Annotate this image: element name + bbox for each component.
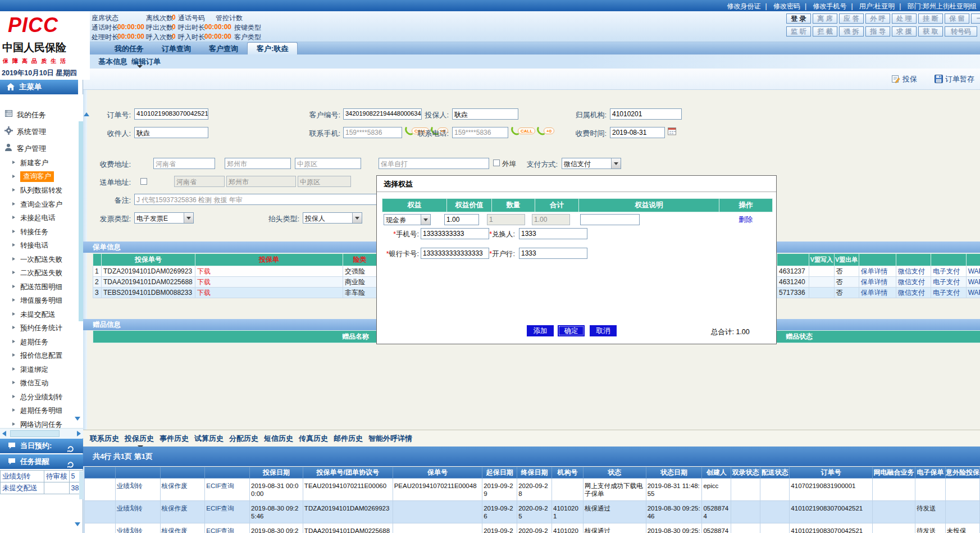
modify-password-link[interactable]: 修改密码 bbox=[773, 2, 800, 10]
main-menu-header[interactable]: 主菜单 bbox=[0, 80, 78, 94]
row-action-link[interactable]: ECIF查询 bbox=[205, 501, 250, 523]
sidebar-item[interactable]: 未提交配送 bbox=[0, 309, 83, 320]
sidebar-item[interactable]: 网络访问任务 bbox=[0, 419, 83, 429]
sidebar-item[interactable]: 查询企业客户 bbox=[0, 199, 83, 210]
submenu-basic-info[interactable]: 基本信息 bbox=[98, 57, 127, 67]
sidebar-item[interactable]: 二次配送失败 bbox=[0, 267, 83, 279]
modify-mobile-link[interactable]: 修改手机号 bbox=[813, 2, 846, 10]
sidebar-item[interactable]: 渠道绑定 bbox=[0, 364, 83, 375]
benefit-select[interactable]: 现金券 bbox=[384, 214, 431, 225]
phone-button[interactable]: 获 取 bbox=[918, 26, 943, 37]
sidebar-group[interactable]: 客户管理 bbox=[0, 143, 83, 154]
scroll-down-icon[interactable] bbox=[75, 522, 80, 526]
history-tab[interactable]: 试算历史 bbox=[194, 434, 224, 444]
order-no-input[interactable]: 41010219083070042521 bbox=[134, 108, 208, 120]
history-tab[interactable]: 联系历史 bbox=[90, 434, 119, 444]
table-row[interactable]: 业绩划转 待审核 5 bbox=[1, 471, 85, 482]
row-action-link[interactable]: ECIF查询 bbox=[205, 523, 250, 533]
history-tab[interactable]: 智能外呼详情 bbox=[368, 434, 412, 444]
confirm-button[interactable]: 确定 bbox=[558, 325, 585, 336]
policy-action-link[interactable]: WAP支付 bbox=[966, 277, 980, 288]
sidebar-group[interactable]: 系统管理 bbox=[0, 126, 83, 137]
history-tab[interactable]: 短信历史 bbox=[264, 434, 293, 444]
sidebar-item[interactable]: 总分业绩划转 bbox=[0, 391, 83, 403]
tab-my-tasks[interactable]: 我的任务 bbox=[106, 43, 153, 55]
download-link[interactable]: 下载 bbox=[195, 266, 343, 277]
sidebar-scrollbar[interactable] bbox=[79, 121, 83, 321]
reminder-name[interactable]: 未提交配送 bbox=[1, 482, 44, 494]
sidebar-item[interactable]: 超期任务明细 bbox=[0, 405, 83, 416]
row-action-link[interactable]: ECIF查询 bbox=[205, 479, 250, 501]
pay-method-select[interactable]: 微信支付 bbox=[562, 158, 621, 169]
add-button[interactable]: 添加 bbox=[527, 325, 554, 336]
sidebar-item[interactable]: 查询客户 bbox=[0, 171, 83, 183]
phone-input[interactable]: 159****5836 bbox=[452, 127, 508, 138]
history-tab[interactable]: 投保历史 bbox=[125, 434, 154, 444]
dlg-redeemer-input[interactable]: 1333 bbox=[519, 228, 587, 239]
task-reminder-panel[interactable]: 任务提醒 bbox=[0, 454, 83, 469]
sidebar-item[interactable]: 微信互动 bbox=[0, 377, 83, 389]
phone-button[interactable]: 外 呼 bbox=[865, 13, 890, 24]
policy-action-link[interactable]: 微信支付 bbox=[896, 288, 931, 298]
row-action-link[interactable]: 核保作废 bbox=[160, 479, 205, 501]
phone-button[interactable]: 求 援 bbox=[892, 26, 917, 37]
phone-button[interactable]: 监 听 bbox=[786, 26, 811, 37]
chevron-down-icon[interactable] bbox=[352, 213, 362, 223]
today-appointments-panel[interactable]: 当日预约: bbox=[0, 439, 83, 453]
policy-action-link[interactable]: 保单详情 bbox=[859, 288, 896, 298]
reminder-name[interactable]: 业绩划转 bbox=[1, 471, 44, 482]
phone-button[interactable]: 挂 断 bbox=[918, 13, 943, 24]
phone-button[interactable]: 应 答 bbox=[839, 13, 864, 24]
history-tab[interactable]: 分配历史 bbox=[229, 434, 258, 444]
charge-district-input[interactable]: 中原区 bbox=[295, 158, 361, 169]
call-plus-zero-button[interactable]: +0 bbox=[536, 127, 554, 135]
phone-button[interactable]: 转号码 bbox=[945, 26, 977, 37]
charge-province-input[interactable]: 河南省 bbox=[153, 158, 215, 169]
outer-area-checkbox[interactable] bbox=[493, 160, 500, 166]
tab-order-query[interactable]: 订单查询 bbox=[153, 43, 200, 55]
call-button[interactable]: CALL bbox=[510, 127, 535, 135]
table-row[interactable]: 业绩划转核保作废ECIF查询2019-08-30 09:25:46TDZA201… bbox=[85, 501, 980, 523]
download-link[interactable]: 下载 bbox=[195, 277, 343, 288]
chevron-down-icon[interactable] bbox=[421, 215, 430, 225]
download-link[interactable]: 下载 bbox=[195, 288, 343, 298]
phone-button[interactable]: 保 留 bbox=[945, 13, 969, 24]
org-input[interactable]: 41010201 bbox=[610, 108, 682, 120]
row-action-link[interactable]: 业绩划转 bbox=[115, 479, 160, 501]
sidebar-item[interactable]: 转接任务 bbox=[0, 226, 83, 238]
chevron-down-icon[interactable] bbox=[184, 213, 193, 223]
sidebar-group[interactable]: 我的任务 bbox=[0, 109, 83, 120]
mobile-input[interactable]: 159****5836 bbox=[343, 127, 402, 138]
charge-detail-input[interactable]: 保单自打 bbox=[379, 158, 489, 169]
history-tab[interactable]: 事件历史 bbox=[159, 434, 189, 444]
recipient-input[interactable]: 耿垚 bbox=[134, 127, 208, 138]
sidebar-item[interactable]: 预约任务统计 bbox=[0, 322, 83, 334]
charge-city-input[interactable]: 郑州市 bbox=[225, 158, 291, 169]
sidebar-item[interactable]: 配送范围明细 bbox=[0, 281, 83, 293]
policy-action-link[interactable]: 电子支付 bbox=[931, 288, 966, 298]
table-row[interactable]: 5717336否保单详情微信支付电子支付WAP支付 bbox=[777, 288, 980, 298]
insure-button[interactable]: 投保 bbox=[891, 74, 917, 84]
history-tab[interactable]: 邮件历史 bbox=[334, 434, 363, 444]
send-addr-checkbox[interactable] bbox=[140, 178, 147, 185]
history-tab[interactable]: 传真历史 bbox=[299, 434, 328, 444]
cancel-button[interactable]: 取消 bbox=[590, 325, 617, 336]
table-row[interactable]: 2TDAA20194101DAM0225688下载商业险 bbox=[93, 277, 377, 288]
policy-action-link[interactable]: WAP支付 bbox=[966, 266, 980, 277]
delete-link[interactable]: 删除 bbox=[719, 215, 772, 225]
phone-button[interactable]: 一键 bbox=[971, 13, 980, 24]
policy-action-link[interactable]: 微信支付 bbox=[896, 266, 931, 277]
dlg-bank-card-input[interactable]: 1333333333333333 bbox=[421, 248, 489, 259]
sidebar-item[interactable]: 一次配送失败 bbox=[0, 254, 83, 265]
scroll-left-icon[interactable] bbox=[2, 431, 6, 436]
table-row[interactable]: 未提交配送 385 bbox=[1, 482, 85, 494]
policy-action-link[interactable]: 微信支付 bbox=[896, 277, 931, 288]
policy-action-link[interactable]: 电子支付 bbox=[931, 266, 966, 277]
calendar-icon[interactable] bbox=[668, 127, 676, 137]
dlg-mobile-input[interactable]: 13333333333 bbox=[421, 228, 489, 239]
row-action-link[interactable]: 业绩划转 bbox=[115, 501, 160, 523]
title-type-select[interactable]: 投保人 bbox=[303, 212, 362, 224]
charge-time-input[interactable]: 2019-08-31 bbox=[610, 127, 665, 138]
modify-id-link[interactable]: 修改身份证 bbox=[727, 2, 760, 10]
order-save-draft-button[interactable]: 订单暂存 bbox=[935, 74, 974, 84]
